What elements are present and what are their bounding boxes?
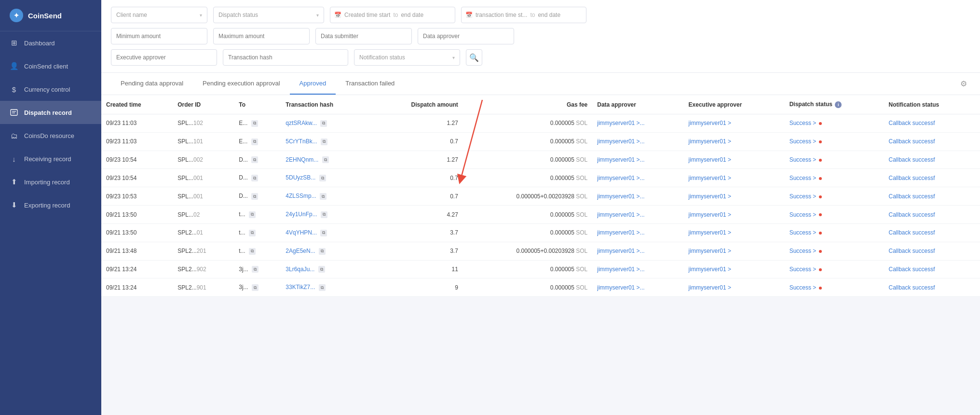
notif-status-link[interactable]: Callback successf <box>889 248 935 254</box>
copy-icon[interactable]: ⧉ <box>319 248 326 255</box>
notif-status-link[interactable]: Callback successf <box>889 211 935 218</box>
tab-pending-exec[interactable]: Pending execution approval <box>193 73 289 95</box>
dispatch-status-link[interactable]: Success > <box>789 120 817 126</box>
dispatch-status-link[interactable]: Success > <box>789 266 817 273</box>
data-approver-link[interactable]: jimmyserver01 >... <box>597 266 644 273</box>
dispatch-status-select[interactable]: Dispatch status ▾ <box>213 7 324 23</box>
tab-tx-failed[interactable]: Transaction failed <box>336 73 404 95</box>
exec-approver-link[interactable]: jimmyserver01 > <box>689 229 731 236</box>
copy-icon[interactable]: ⧉ <box>251 156 258 163</box>
cell-data-approver: jimmyserver01 >... <box>592 278 683 297</box>
notif-status-link[interactable]: Callback successf <box>889 138 935 145</box>
copy-icon[interactable]: ⧉ <box>251 120 258 127</box>
dispatch-status-link[interactable]: Success > <box>789 229 817 236</box>
dispatch-status-link[interactable]: Success > <box>789 211 817 218</box>
tx-hash-link[interactable]: 2AgE5eN... <box>286 248 315 254</box>
exec-approver-link[interactable]: jimmyserver01 > <box>689 248 731 254</box>
client-name-select[interactable]: Client name ▾ <box>111 7 207 23</box>
exec-approver-link[interactable]: jimmyserver01 > <box>689 120 731 126</box>
notif-status-link[interactable]: Callback successf <box>889 193 935 200</box>
copy-icon[interactable]: ⧉ <box>249 211 256 218</box>
copy-icon[interactable]: ⧉ <box>249 248 256 255</box>
exec-approver-link[interactable]: jimmyserver01 > <box>689 156 731 163</box>
data-approver-link[interactable]: jimmyserver01 >... <box>597 211 644 218</box>
tx-hash-link[interactable]: 5CrYTnBk... <box>286 138 317 145</box>
copy-icon[interactable]: ⧉ <box>322 156 329 163</box>
copy-icon[interactable]: ⧉ <box>252 266 259 273</box>
tx-hash-link[interactable]: 4VqYHPN... <box>286 229 317 236</box>
data-approver-link[interactable]: jimmyserver01 >... <box>597 284 644 291</box>
exec-approver-link[interactable]: jimmyserver01 > <box>689 211 731 218</box>
data-submitter-input[interactable] <box>315 28 412 44</box>
copy-icon[interactable]: ⧉ <box>251 175 258 181</box>
notif-status-link[interactable]: Callback successf <box>889 175 935 181</box>
dispatch-status-link[interactable]: Success > <box>789 138 817 145</box>
sidebar-item-dashboard[interactable]: ⊞ Dashboard <box>0 31 101 55</box>
data-approver-link[interactable]: jimmyserver01 >... <box>597 138 644 145</box>
tx-hash-link[interactable]: 2EHNQnm... <box>286 156 318 163</box>
cell-tx-hash: 4VqYHPN... ⧉ <box>281 223 372 242</box>
search-button[interactable]: 🔍 <box>466 49 482 66</box>
notif-status-link[interactable]: Callback successf <box>889 229 935 236</box>
sidebar-item-currency-control[interactable]: $ Currency control <box>0 78 101 101</box>
notif-status-link[interactable]: Callback successf <box>889 266 935 273</box>
data-approver-link[interactable]: jimmyserver01 >... <box>597 229 644 236</box>
copy-icon[interactable]: ⧉ <box>320 193 327 200</box>
sidebar-item-dispatch-record[interactable]: Dispatch record <box>0 101 101 124</box>
copy-icon[interactable]: ⧉ <box>319 284 326 291</box>
max-amount-input[interactable] <box>213 28 310 44</box>
copy-icon[interactable]: ⧉ <box>320 120 327 127</box>
data-approver-link[interactable]: jimmyserver01 >... <box>597 120 644 126</box>
dispatch-status-link[interactable]: Success > <box>789 248 817 254</box>
tx-hash-link[interactable]: 24y1UnFp... <box>286 211 317 218</box>
tab-approved[interactable]: Approved <box>290 73 336 95</box>
tx-hash-link[interactable]: 33KTikZ7... <box>286 284 315 290</box>
exec-approver-link[interactable]: jimmyserver01 > <box>689 266 731 273</box>
sidebar-item-coinsdo-resource[interactable]: 🗂 CoinsDo resource <box>0 124 101 147</box>
tx-hash-link[interactable]: 3Lr6qaJu... <box>286 266 314 273</box>
tx-hash-link[interactable]: 4ZLSSmp... <box>286 193 316 199</box>
notif-status-link[interactable]: Callback successf <box>889 120 935 126</box>
cell-dispatch-amount: 3.7 <box>372 223 463 242</box>
copy-icon[interactable]: ⧉ <box>252 284 259 291</box>
copy-icon[interactable]: ⧉ <box>321 211 327 218</box>
sidebar-item-exporting-record[interactable]: ⬇ Exporting record <box>0 194 101 217</box>
copy-icon[interactable]: ⧉ <box>321 138 327 145</box>
data-approver-input[interactable] <box>418 28 514 44</box>
info-icon[interactable]: i <box>835 101 842 108</box>
tx-hash-input[interactable] <box>223 49 348 66</box>
dispatch-status-link[interactable]: Success > <box>789 175 817 181</box>
cell-dispatch-amount: 1.27 <box>372 151 463 169</box>
tx-hash-link[interactable]: 5DUyzSB... <box>286 174 315 181</box>
notif-status-link[interactable]: Callback successf <box>889 156 935 163</box>
transaction-time-range[interactable]: 📅 transaction time st... to end date <box>461 7 586 23</box>
notification-status-select[interactable]: Notification status ▾ <box>354 49 460 66</box>
copy-icon[interactable]: ⧉ <box>251 138 258 145</box>
exec-approver-input[interactable] <box>111 49 217 66</box>
exec-approver-link[interactable]: jimmyserver01 > <box>689 138 731 145</box>
data-approver-link[interactable]: jimmyserver01 >... <box>597 193 644 200</box>
exec-approver-link[interactable]: jimmyserver01 > <box>689 193 731 200</box>
tx-hash-link[interactable]: qztSRAkw... <box>286 120 317 126</box>
notif-status-link[interactable]: Callback successf <box>889 284 935 291</box>
dispatch-status-link[interactable]: Success > <box>789 193 817 200</box>
dispatch-status-link[interactable]: Success > <box>789 284 817 291</box>
sidebar-item-importing-record[interactable]: ⬆ Importing record <box>0 170 101 194</box>
data-approver-link[interactable]: jimmyserver01 >... <box>597 156 644 163</box>
exec-approver-link[interactable]: jimmyserver01 > <box>689 175 731 181</box>
settings-gear-button[interactable]: ⚙ <box>957 77 970 91</box>
data-approver-link[interactable]: jimmyserver01 >... <box>597 248 644 254</box>
copy-icon[interactable]: ⧉ <box>320 230 327 236</box>
sidebar-item-receiving-record[interactable]: ↓ Receiving record <box>0 147 101 170</box>
created-time-range[interactable]: 📅 Created time start to end date <box>330 7 455 23</box>
sidebar-item-coinsend-client[interactable]: 👤 CoinSend client <box>0 55 101 78</box>
data-approver-link[interactable]: jimmyserver01 >... <box>597 175 644 181</box>
copy-icon[interactable]: ⧉ <box>251 193 258 200</box>
min-amount-input[interactable] <box>111 28 207 44</box>
tab-pending-data[interactable]: Pending data approval <box>111 73 193 95</box>
dispatch-status-link[interactable]: Success > <box>789 156 817 163</box>
copy-icon[interactable]: ⧉ <box>319 175 326 181</box>
copy-icon[interactable]: ⧉ <box>249 230 256 236</box>
exec-approver-link[interactable]: jimmyserver01 > <box>689 284 731 291</box>
copy-icon[interactable]: ⧉ <box>318 266 325 273</box>
